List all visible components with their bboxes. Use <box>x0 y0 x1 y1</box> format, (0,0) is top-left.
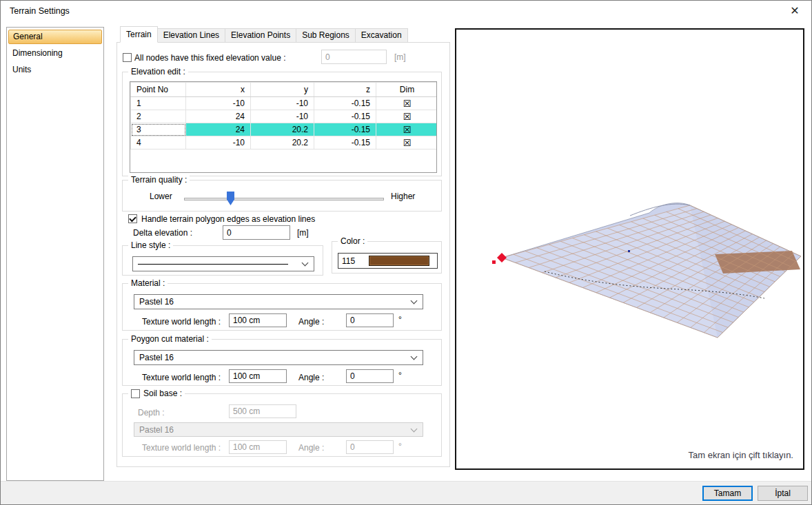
slider-thumb[interactable] <box>227 192 234 205</box>
cell-point[interactable]: 3 <box>131 123 186 136</box>
line-style-group: Line style : <box>122 245 323 276</box>
terrain-quality-slider[interactable] <box>184 198 384 200</box>
cell-point[interactable]: 2 <box>131 110 186 123</box>
tab-elevation-points[interactable]: Elevation Points <box>225 28 296 43</box>
chevron-down-icon <box>411 425 418 432</box>
title-bar: Terrain Settings ✕ <box>1 1 811 21</box>
tab-sub-regions[interactable]: Sub Regions <box>296 28 356 43</box>
color-control[interactable]: 115 <box>338 253 438 269</box>
cell-y[interactable]: 20.2 <box>251 123 314 136</box>
col-dim[interactable]: Dim <box>376 83 438 97</box>
cell-point[interactable]: 4 <box>131 136 186 150</box>
elevation-edit-group: Elevation edit : Point No x y z Dim <box>122 72 442 176</box>
soil-angle-input[interactable] <box>346 440 394 454</box>
terrain-preview[interactable]: Tam ekran için çift tıklayın. <box>455 28 804 470</box>
cell-x[interactable]: 24 <box>186 110 251 123</box>
sidebar-item-label: General <box>13 32 43 41</box>
slider-lower-label: Lower <box>150 192 172 201</box>
blue-point-marker <box>628 250 630 252</box>
soil-base-title: Soil base : <box>143 389 182 398</box>
sidebar-item-label: Units <box>12 65 31 74</box>
col-y[interactable]: y <box>251 83 314 97</box>
tab-excavation[interactable]: Excavation <box>355 28 408 43</box>
footer-bar: Tamam İptal <box>1 481 811 504</box>
col-z[interactable]: z <box>314 83 376 97</box>
terrain-quality-group: Terrain quality : Lower Higher <box>122 180 442 212</box>
col-x[interactable]: x <box>186 83 251 97</box>
material-texture-input[interactable] <box>229 313 287 327</box>
soil-texture-input[interactable] <box>229 440 287 454</box>
cell-y[interactable]: -10 <box>251 110 314 123</box>
fixed-elevation-input[interactable] <box>321 50 387 64</box>
dim-checkbox[interactable]: ☒ <box>376 136 438 150</box>
soil-material-value: Pastel 16 <box>139 425 174 435</box>
chevron-down-icon <box>302 260 309 267</box>
cell-point[interactable]: 1 <box>131 97 186 110</box>
color-group: Color : 115 <box>332 241 442 274</box>
terrain-quality-title: Terrain quality : <box>128 175 190 185</box>
tab-strip: Terrain Elevation Lines Elevation Points… <box>120 26 407 43</box>
close-icon[interactable]: ✕ <box>787 4 802 17</box>
color-swatch[interactable] <box>369 256 429 266</box>
texture-length-label: Texture world length : <box>142 373 221 382</box>
color-title: Color : <box>338 236 367 246</box>
fixed-elevation-unit: [m] <box>394 52 406 62</box>
table-row[interactable]: 1 -10 -10 -0.15 ☒ <box>131 97 438 110</box>
table-row-selected[interactable]: 3 24 20.2 -0.15 ☒ <box>131 123 438 136</box>
line-style-title: Line style : <box>128 240 173 250</box>
cancel-button[interactable]: İptal <box>758 486 808 501</box>
table-row[interactable]: 2 24 -10 -0.15 ☒ <box>131 110 438 123</box>
sidebar-item-dimensioning[interactable]: Dimensioning <box>8 46 102 61</box>
col-point-no[interactable]: Point No <box>131 83 186 97</box>
handle-edges-checkbox[interactable] <box>128 214 137 223</box>
soil-base-checkbox[interactable] <box>131 389 140 398</box>
cell-z[interactable]: -0.15 <box>314 97 376 110</box>
red-point-small <box>492 260 496 264</box>
cell-z[interactable]: -0.15 <box>314 110 376 123</box>
delta-elevation-label: Delta elevation : <box>133 228 192 238</box>
table-row[interactable]: 4 -10 20.2 -0.15 ☒ <box>131 136 438 150</box>
polygon-cut-material-group: Poygon cut material : Pastel 16 Texture … <box>122 339 442 386</box>
elevation-edit-title: Elevation edit : <box>128 67 188 76</box>
material-value: Pastel 16 <box>139 297 174 307</box>
tab-elevation-lines[interactable]: Elevation Lines <box>157 28 225 43</box>
cell-x[interactable]: 24 <box>186 123 251 136</box>
terrain-tab-page: All nodes have this fixed elevation valu… <box>116 42 450 467</box>
soil-depth-input[interactable] <box>229 404 296 418</box>
polygon-cut-texture-input[interactable] <box>229 369 287 383</box>
delta-elevation-input[interactable] <box>223 225 290 240</box>
texture-length-label: Texture world length : <box>142 317 221 327</box>
material-angle-input[interactable] <box>346 313 394 327</box>
line-style-combo[interactable] <box>132 256 314 271</box>
dim-checkbox[interactable]: ☒ <box>376 110 438 123</box>
cell-z[interactable]: -0.15 <box>314 123 376 136</box>
chevron-down-icon <box>411 298 418 305</box>
fixed-elevation-checkbox[interactable] <box>123 53 132 62</box>
sidebar-item-general[interactable]: General <box>8 30 102 44</box>
texture-length-label: Texture world length : <box>142 443 221 453</box>
cell-x[interactable]: -10 <box>186 97 251 110</box>
soil-base-group: Soil base : Depth : Pastel 16 Texture wo… <box>122 393 442 457</box>
cell-y[interactable]: -10 <box>251 97 314 110</box>
tab-terrain[interactable]: Terrain <box>120 26 158 43</box>
cell-z[interactable]: -0.15 <box>314 136 376 150</box>
dim-checkbox[interactable]: ☒ <box>376 97 438 110</box>
angle-label: Angle : <box>298 317 324 327</box>
polygon-cut-value: Pastel 16 <box>139 353 174 362</box>
dim-checkbox[interactable]: ☒ <box>376 123 438 136</box>
cell-x[interactable]: -10 <box>186 136 251 150</box>
polygon-cut-combo[interactable]: Pastel 16 <box>134 350 423 365</box>
material-combo[interactable]: Pastel 16 <box>134 294 423 309</box>
fixed-elevation-label: All nodes have this fixed elevation valu… <box>134 53 285 63</box>
line-style-sample <box>138 264 288 265</box>
window-title: Terrain Settings <box>10 6 70 16</box>
polygon-cut-angle-input[interactable] <box>346 369 394 383</box>
sidebar-item-units[interactable]: Units <box>8 63 102 77</box>
polygon-cut-title: Poygon cut material : <box>128 334 212 344</box>
soil-material-combo[interactable]: Pastel 16 <box>134 422 423 437</box>
elevation-table-container[interactable]: Point No x y z Dim 1 -10 -10 -0.15 <box>130 81 437 173</box>
sidebar: General Dimensioning Units <box>6 27 104 481</box>
cell-y[interactable]: 20.2 <box>251 136 314 150</box>
terrain-3d-view <box>456 30 803 468</box>
ok-button[interactable]: Tamam <box>702 486 753 501</box>
